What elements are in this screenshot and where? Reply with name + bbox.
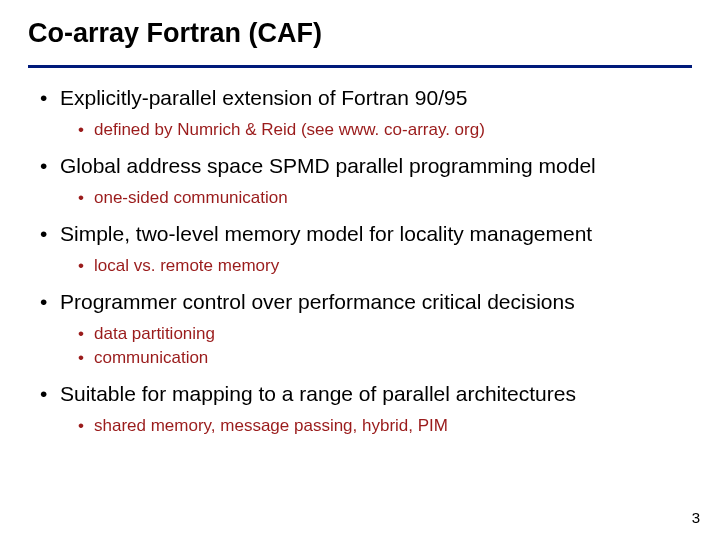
sub-bullet-list: defined by Numrich & Reid (see www. co-a…: [60, 120, 692, 140]
sub-bullet-list: one-sided communication: [60, 188, 692, 208]
bullet-item: Global address space SPMD parallel progr…: [40, 154, 692, 208]
sub-bullet-item: shared memory, message passing, hybrid, …: [78, 416, 692, 436]
bullet-item: Programmer control over performance crit…: [40, 290, 692, 368]
sub-bullet-item: local vs. remote memory: [78, 256, 692, 276]
title-rule: [28, 65, 692, 68]
sub-bullet-item: communication: [78, 348, 692, 368]
sub-bullet-list: shared memory, message passing, hybrid, …: [60, 416, 692, 436]
bullet-item: Simple, two-level memory model for local…: [40, 222, 692, 276]
bullet-text: Global address space SPMD parallel progr…: [60, 154, 596, 177]
sub-bullet-item: defined by Numrich & Reid (see www. co-a…: [78, 120, 692, 140]
sub-bullet-list: local vs. remote memory: [60, 256, 692, 276]
sub-bullet-item: data partitioning: [78, 324, 692, 344]
bullet-text: Suitable for mapping to a range of paral…: [60, 382, 576, 405]
page-number: 3: [692, 509, 700, 526]
bullet-item: Explicitly-parallel extension of Fortran…: [40, 86, 692, 140]
bullet-item: Suitable for mapping to a range of paral…: [40, 382, 692, 436]
slide: Co-array Fortran (CAF) Explicitly-parall…: [0, 0, 720, 540]
bullet-text: Simple, two-level memory model for local…: [60, 222, 592, 245]
bullet-text: Programmer control over performance crit…: [60, 290, 575, 313]
slide-content: Explicitly-parallel extension of Fortran…: [28, 86, 692, 436]
sub-bullet-list: data partitioning communication: [60, 324, 692, 368]
bullet-text: Explicitly-parallel extension of Fortran…: [60, 86, 467, 109]
bullet-list: Explicitly-parallel extension of Fortran…: [32, 86, 692, 436]
sub-bullet-item: one-sided communication: [78, 188, 692, 208]
slide-title: Co-array Fortran (CAF): [28, 18, 692, 59]
